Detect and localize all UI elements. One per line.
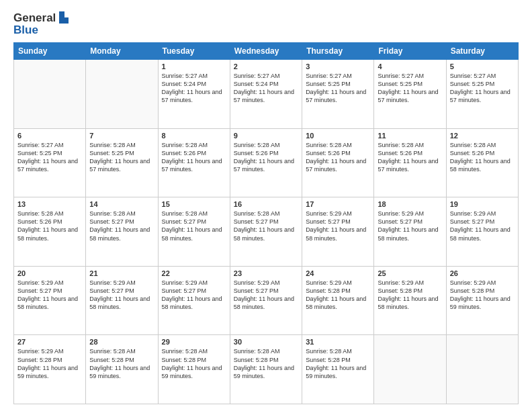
calendar-cell: 25Sunrise: 5:29 AMSunset: 5:28 PMDayligh…: [374, 266, 446, 335]
calendar-cell: 10Sunrise: 5:28 AMSunset: 5:26 PMDayligh…: [302, 128, 374, 197]
calendar-cell: 7Sunrise: 5:28 AMSunset: 5:25 PMDaylight…: [86, 128, 158, 197]
calendar-cell: 3Sunrise: 5:27 AMSunset: 5:25 PMDaylight…: [302, 60, 374, 129]
calendar-cell: 21Sunrise: 5:29 AMSunset: 5:27 PMDayligh…: [86, 266, 158, 335]
weekday-header-saturday: Saturday: [446, 43, 518, 60]
day-number: 10: [306, 132, 370, 140]
calendar-cell: 22Sunrise: 5:29 AMSunset: 5:27 PMDayligh…: [158, 266, 230, 335]
day-info: Sunrise: 5:28 AMSunset: 5:28 PMDaylight:…: [162, 347, 226, 380]
calendar-cell: 13Sunrise: 5:28 AMSunset: 5:26 PMDayligh…: [14, 197, 86, 267]
day-number: 29: [162, 338, 226, 346]
calendar-week-2: 13Sunrise: 5:28 AMSunset: 5:26 PMDayligh…: [14, 197, 519, 267]
day-number: 2: [234, 62, 298, 71]
day-number: 26: [450, 269, 515, 277]
calendar-cell: [374, 335, 446, 404]
day-info: Sunrise: 5:29 AMSunset: 5:27 PMDaylight:…: [89, 279, 154, 312]
day-number: 15: [162, 200, 226, 208]
weekday-header-tuesday: Tuesday: [158, 43, 230, 60]
day-info: Sunrise: 5:29 AMSunset: 5:27 PMDaylight:…: [162, 279, 226, 312]
day-info: Sunrise: 5:27 AMSunset: 5:25 PMDaylight:…: [17, 141, 82, 174]
weekday-header-thursday: Thursday: [302, 43, 374, 60]
calendar-cell: 31Sunrise: 5:28 AMSunset: 5:28 PMDayligh…: [302, 335, 374, 404]
day-number: 21: [89, 269, 154, 277]
logo-wrapper: GeneralBlue: [13, 11, 71, 36]
day-info: Sunrise: 5:29 AMSunset: 5:28 PMDaylight:…: [450, 279, 515, 312]
day-number: 22: [162, 269, 226, 277]
day-info: Sunrise: 5:28 AMSunset: 5:27 PMDaylight:…: [234, 210, 298, 242]
calendar-cell: 5Sunrise: 5:27 AMSunset: 5:25 PMDaylight…: [446, 60, 518, 129]
day-number: 18: [378, 200, 442, 208]
day-number: 1: [162, 62, 226, 71]
calendar-cell: 2Sunrise: 5:27 AMSunset: 5:24 PMDaylight…: [230, 60, 302, 129]
logo-blue-text: Blue: [13, 24, 71, 36]
calendar-week-4: 27Sunrise: 5:29 AMSunset: 5:28 PMDayligh…: [14, 335, 519, 404]
calendar-cell: 8Sunrise: 5:28 AMSunset: 5:26 PMDaylight…: [158, 128, 230, 197]
day-info: Sunrise: 5:29 AMSunset: 5:28 PMDaylight:…: [306, 279, 370, 312]
day-number: 25: [378, 269, 442, 277]
day-info: Sunrise: 5:28 AMSunset: 5:26 PMDaylight:…: [306, 141, 370, 174]
day-number: 12: [450, 132, 515, 140]
calendar-cell: 12Sunrise: 5:28 AMSunset: 5:26 PMDayligh…: [446, 128, 518, 197]
day-number: 9: [234, 132, 298, 140]
day-info: Sunrise: 5:28 AMSunset: 5:26 PMDaylight:…: [234, 141, 298, 174]
day-number: 5: [450, 62, 515, 71]
day-number: 3: [306, 62, 370, 71]
calendar-cell: [86, 60, 158, 129]
calendar-cell: [14, 60, 86, 129]
day-info: Sunrise: 5:28 AMSunset: 5:25 PMDaylight:…: [89, 141, 154, 174]
day-number: 27: [17, 338, 82, 346]
day-number: 31: [306, 338, 370, 346]
calendar-table: SundayMondayTuesdayWednesdayThursdayFrid…: [13, 42, 519, 404]
day-info: Sunrise: 5:29 AMSunset: 5:27 PMDaylight:…: [306, 210, 370, 242]
day-info: Sunrise: 5:27 AMSunset: 5:25 PMDaylight:…: [306, 72, 370, 105]
day-info: Sunrise: 5:28 AMSunset: 5:26 PMDaylight:…: [378, 141, 442, 174]
weekday-header-sunday: Sunday: [14, 43, 86, 60]
day-info: Sunrise: 5:28 AMSunset: 5:27 PMDaylight:…: [162, 210, 226, 242]
calendar-cell: 9Sunrise: 5:28 AMSunset: 5:26 PMDaylight…: [230, 128, 302, 197]
day-number: 16: [234, 200, 298, 208]
calendar-cell: 23Sunrise: 5:29 AMSunset: 5:27 PMDayligh…: [230, 266, 302, 335]
day-info: Sunrise: 5:29 AMSunset: 5:27 PMDaylight:…: [234, 279, 298, 312]
logo: GeneralBlue: [13, 11, 71, 36]
day-info: Sunrise: 5:29 AMSunset: 5:27 PMDaylight:…: [17, 279, 82, 312]
weekday-header-wednesday: Wednesday: [230, 43, 302, 60]
logo-flag-icon: [57, 11, 71, 24]
day-info: Sunrise: 5:29 AMSunset: 5:27 PMDaylight:…: [450, 210, 515, 242]
day-info: Sunrise: 5:29 AMSunset: 5:27 PMDaylight:…: [378, 210, 442, 242]
calendar-cell: 11Sunrise: 5:28 AMSunset: 5:26 PMDayligh…: [374, 128, 446, 197]
day-info: Sunrise: 5:28 AMSunset: 5:28 PMDaylight:…: [234, 347, 298, 380]
calendar-week-3: 20Sunrise: 5:29 AMSunset: 5:27 PMDayligh…: [14, 266, 519, 335]
calendar-week-1: 6Sunrise: 5:27 AMSunset: 5:25 PMDaylight…: [14, 128, 519, 197]
day-info: Sunrise: 5:27 AMSunset: 5:25 PMDaylight:…: [450, 72, 515, 105]
day-number: 24: [306, 269, 370, 277]
calendar-cell: 6Sunrise: 5:27 AMSunset: 5:25 PMDaylight…: [14, 128, 86, 197]
day-info: Sunrise: 5:29 AMSunset: 5:28 PMDaylight:…: [378, 279, 442, 312]
calendar-cell: 1Sunrise: 5:27 AMSunset: 5:24 PMDaylight…: [158, 60, 230, 129]
calendar-cell: 20Sunrise: 5:29 AMSunset: 5:27 PMDayligh…: [14, 266, 86, 335]
day-number: 23: [234, 269, 298, 277]
calendar-cell: [446, 335, 518, 404]
logo-general-text: General: [13, 12, 56, 24]
calendar-cell: 30Sunrise: 5:28 AMSunset: 5:28 PMDayligh…: [230, 335, 302, 404]
calendar-cell: 4Sunrise: 5:27 AMSunset: 5:25 PMDaylight…: [374, 60, 446, 129]
day-number: 17: [306, 200, 370, 208]
day-number: 30: [234, 338, 298, 346]
calendar-week-0: 1Sunrise: 5:27 AMSunset: 5:24 PMDaylight…: [14, 60, 519, 129]
day-info: Sunrise: 5:28 AMSunset: 5:27 PMDaylight:…: [89, 210, 154, 242]
calendar-cell: 17Sunrise: 5:29 AMSunset: 5:27 PMDayligh…: [302, 197, 374, 267]
day-info: Sunrise: 5:28 AMSunset: 5:26 PMDaylight:…: [450, 141, 515, 174]
calendar-cell: 19Sunrise: 5:29 AMSunset: 5:27 PMDayligh…: [446, 197, 518, 267]
day-number: 19: [450, 200, 515, 208]
day-number: 14: [89, 200, 154, 208]
day-info: Sunrise: 5:27 AMSunset: 5:24 PMDaylight:…: [234, 72, 298, 105]
day-number: 4: [378, 62, 442, 71]
page: GeneralBlue SundayMondayTuesdayWednesday…: [0, 0, 532, 411]
weekday-header-monday: Monday: [86, 43, 158, 60]
calendar-cell: 15Sunrise: 5:28 AMSunset: 5:27 PMDayligh…: [158, 197, 230, 267]
calendar-cell: 29Sunrise: 5:28 AMSunset: 5:28 PMDayligh…: [158, 335, 230, 404]
calendar-cell: 27Sunrise: 5:29 AMSunset: 5:28 PMDayligh…: [14, 335, 86, 404]
day-number: 8: [162, 132, 226, 140]
day-info: Sunrise: 5:28 AMSunset: 5:26 PMDaylight:…: [162, 141, 226, 174]
day-info: Sunrise: 5:27 AMSunset: 5:24 PMDaylight:…: [162, 72, 226, 105]
day-number: 7: [89, 132, 154, 140]
day-number: 13: [17, 200, 82, 208]
